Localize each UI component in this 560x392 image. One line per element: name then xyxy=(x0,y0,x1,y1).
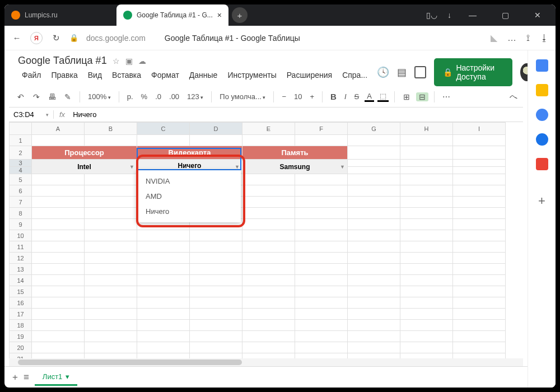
col-header[interactable]: G xyxy=(348,123,400,135)
row-header[interactable]: 1 xyxy=(10,135,32,146)
lock-icon[interactable]: 🔒 xyxy=(69,34,78,42)
maps-icon[interactable] xyxy=(536,158,548,170)
fx-icon[interactable]: fx xyxy=(54,110,71,119)
row-header[interactable]: 2 xyxy=(10,146,32,160)
dropdown-option[interactable]: NVIDIA xyxy=(137,174,241,189)
sheet-tab[interactable]: Лист1 ▾ xyxy=(35,369,77,386)
paint-format-icon[interactable]: ✎ xyxy=(62,92,74,101)
select-all-corner[interactable] xyxy=(10,123,32,135)
add-addon-button[interactable]: + xyxy=(538,194,545,208)
dropdown-option[interactable]: Ничего xyxy=(137,204,241,219)
row-header[interactable]: 8 xyxy=(10,208,32,219)
italic-button[interactable]: I xyxy=(342,92,349,101)
row-header[interactable]: 16 xyxy=(10,297,32,309)
all-sheets-button[interactable]: ≡ xyxy=(24,372,29,383)
close-tab-icon[interactable]: × xyxy=(217,11,222,20)
font-size-plus[interactable]: + xyxy=(307,92,316,101)
star-icon[interactable]: ☆ xyxy=(113,57,120,66)
percent-button[interactable]: % xyxy=(139,92,150,101)
dropdown-option[interactable]: AMD xyxy=(137,189,241,204)
maximize-button[interactable]: ▢ xyxy=(494,11,516,20)
share-button[interactable]: 🔒 Настройки Доступа xyxy=(434,58,512,86)
new-tab-button[interactable]: + xyxy=(232,7,248,23)
url-text[interactable]: docs.google.com xyxy=(86,34,146,43)
col-header[interactable]: C xyxy=(137,123,190,135)
redo-icon[interactable]: ↷ xyxy=(30,92,43,101)
history-icon[interactable]: 🕓 xyxy=(377,66,389,78)
cloud-status-icon[interactable]: ☁ xyxy=(138,57,146,66)
menu-tools[interactable]: Инструменты xyxy=(223,69,280,81)
collapse-toolbar-icon[interactable]: へ xyxy=(510,92,517,102)
chevron-down-icon[interactable]: ▾ xyxy=(66,372,69,381)
chevron-down-icon[interactable]: ▼ xyxy=(340,164,345,170)
row-header[interactable]: 7 xyxy=(10,197,32,208)
close-window-button[interactable]: ✕ xyxy=(526,11,549,20)
font-size[interactable]: 10 xyxy=(292,92,304,101)
header-gpu[interactable]: Видеокарта xyxy=(137,146,242,160)
browser-tab-active[interactable]: Google Таблица #1 - G... × xyxy=(116,4,228,26)
row-header[interactable]: 13 xyxy=(10,264,32,275)
row-header[interactable]: 14 xyxy=(10,275,32,286)
menu-view[interactable]: Вид xyxy=(84,69,106,81)
bookmark-icon[interactable]: ◣ xyxy=(491,32,497,43)
row-header[interactable]: 3 xyxy=(10,160,32,167)
menu-edit[interactable]: Правка xyxy=(47,69,81,81)
spreadsheet-grid[interactable]: A B C D E F G H I 1 2 Процессор Видеокар… xyxy=(9,122,523,358)
contacts-icon[interactable] xyxy=(536,133,548,146)
row-header[interactable]: 21 xyxy=(10,353,32,359)
increase-decimal-button[interactable]: .00 xyxy=(167,92,181,101)
more-icon[interactable]: … xyxy=(507,33,516,43)
menu-help[interactable]: Спра... xyxy=(338,69,371,81)
merge-icon[interactable]: ⊟ xyxy=(416,92,428,101)
row-header[interactable]: 20 xyxy=(10,342,32,353)
col-header[interactable]: A xyxy=(32,123,85,135)
row-header[interactable]: 17 xyxy=(10,309,32,320)
menu-format[interactable]: Формат xyxy=(147,69,183,81)
formula-value[interactable]: Ничего xyxy=(71,110,99,119)
font-size-minus[interactable]: − xyxy=(279,92,288,101)
row-header[interactable]: 4 xyxy=(10,167,32,174)
downloads-icon[interactable]: ⭳ xyxy=(540,33,549,43)
row-header[interactable]: 9 xyxy=(10,219,32,230)
comments-icon[interactable]: ▤ xyxy=(397,66,407,78)
row-header[interactable]: 6 xyxy=(10,185,32,197)
row-header[interactable]: 10 xyxy=(10,230,32,241)
row-header[interactable]: 5 xyxy=(10,174,32,185)
present-icon[interactable] xyxy=(414,66,426,78)
row-header[interactable]: 12 xyxy=(10,253,32,264)
horizontal-scrollbar[interactable] xyxy=(9,358,523,366)
chevron-down-icon[interactable]: ▼ xyxy=(235,164,240,170)
borders-icon[interactable]: ⊞ xyxy=(400,92,413,101)
menu-data[interactable]: Данные xyxy=(185,69,222,81)
add-sheet-button[interactable]: + xyxy=(12,372,18,383)
strike-button[interactable]: S xyxy=(352,92,362,101)
move-folder-icon[interactable]: ▣ xyxy=(125,57,133,66)
currency-button[interactable]: р. xyxy=(125,92,136,101)
keep-icon[interactable] xyxy=(536,84,548,96)
fill-color-button[interactable]: ⬚ xyxy=(377,92,389,102)
tasks-icon[interactable] xyxy=(536,109,548,121)
number-format-button[interactable]: 123 xyxy=(185,92,206,101)
menu-extensions[interactable]: Расширения xyxy=(283,69,336,81)
chevron-down-icon[interactable]: ▼ xyxy=(129,164,134,170)
dropdown-mem[interactable]: Samsung▼ xyxy=(242,160,348,174)
decrease-decimal-button[interactable]: .0 xyxy=(153,92,164,101)
row-header[interactable]: 11 xyxy=(10,241,32,253)
minimize-button[interactable]: — xyxy=(461,11,484,20)
extensions-icon[interactable]: ⟟ xyxy=(526,33,530,43)
col-header[interactable]: D xyxy=(190,123,242,135)
reading-list-icon[interactable]: ▯◡ xyxy=(426,11,437,20)
menu-insert[interactable]: Вставка xyxy=(108,69,145,81)
col-header[interactable]: I xyxy=(453,123,506,135)
row-header[interactable]: 18 xyxy=(10,320,32,331)
browser-tab-inactive[interactable]: Lumpics.ru xyxy=(4,4,116,26)
col-header[interactable]: F xyxy=(295,123,348,135)
font-select[interactable]: По умолча... xyxy=(217,92,268,101)
header-cpu[interactable]: Процессор xyxy=(32,146,137,160)
user-avatar[interactable] xyxy=(520,63,528,81)
cell-reference[interactable]: C3:D4 xyxy=(9,110,54,119)
header-mem[interactable]: Память xyxy=(242,146,348,160)
download-icon[interactable]: ↓ xyxy=(447,11,451,20)
document-title[interactable]: Google Таблица #1 xyxy=(18,55,107,67)
undo-icon[interactable]: ↶ xyxy=(15,92,27,101)
